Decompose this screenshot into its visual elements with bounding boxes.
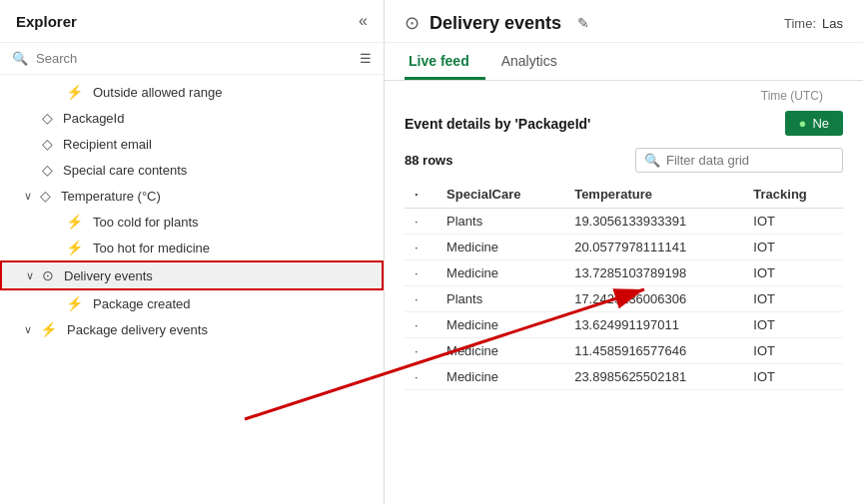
new-button[interactable]: ● Ne (785, 111, 843, 136)
tree-item-icon: ⚡ (40, 321, 57, 337)
cell-tracking: IOT (743, 364, 843, 390)
tree-item-icon: ⚡ (66, 84, 83, 100)
time-label: Time: (784, 16, 816, 31)
sidebar-tree: ⚡ Outside allowed range ◇ PackageId ◇ Re… (0, 75, 384, 504)
cell-dot: · (405, 260, 436, 286)
tree-item-label: Recipient email (63, 137, 152, 152)
cell-temperature: 19.3056133933391 (564, 209, 743, 235)
cell-dot: · (405, 364, 436, 390)
time-value: Las (822, 16, 843, 31)
cell-tracking: IOT (743, 260, 843, 286)
tree-item-label: Too cold for plants (93, 215, 199, 230)
main-panel: ⊙ Delivery events ✎ Time: Las Live feedA… (385, 0, 863, 504)
event-details-row: Event details by 'PackageId' ● Ne (385, 103, 863, 144)
search-icon: 🔍 (12, 51, 28, 66)
sidebar-item-package-delivery[interactable]: ∨ ⚡ Package delivery events (0, 316, 384, 342)
new-dot-icon: ● (799, 116, 807, 131)
cell-tracking: IOT (743, 286, 843, 312)
tree-item-label: Package delivery events (67, 322, 208, 337)
tree-item-icon: ⚡ (66, 295, 83, 311)
cell-specialcare: Medicine (436, 364, 564, 390)
col-specialcare: SpecialCare (436, 181, 564, 209)
filter-input[interactable] (666, 153, 834, 168)
sidebar-item-outside-range[interactable]: ⚡ Outside allowed range (0, 79, 384, 105)
sidebar-title: Explorer (16, 13, 77, 30)
sidebar-item-delivery-events[interactable]: ∨ ⊙ Delivery events (0, 260, 384, 290)
time-utc-label: Time (UTC) (761, 89, 823, 103)
cell-dot: · (405, 235, 436, 260)
table-row: · Medicine 13.7285103789198 IOT (405, 260, 843, 286)
tabs: Live feedAnalytics (385, 43, 863, 81)
cell-dot: · (405, 312, 436, 338)
delivery-events-icon: ⊙ (405, 12, 420, 34)
cell-tracking: IOT (743, 235, 843, 260)
cell-specialcare: Medicine (436, 312, 564, 338)
search-input[interactable] (36, 51, 352, 66)
cell-tracking: IOT (743, 312, 843, 338)
cell-temperature: 13.624991197011 (564, 312, 743, 338)
filter-search-icon: 🔍 (644, 153, 660, 168)
table-row: · Medicine 20.0577978111141 IOT (405, 235, 843, 260)
cell-specialcare: Medicine (436, 235, 564, 260)
tree-item-label: Delivery events (64, 268, 153, 283)
tree-item-icon: ◇ (40, 188, 51, 204)
sidebar-item-too-hot[interactable]: ⚡ Too hot for medicine (0, 235, 384, 260)
tree-item-icon: ◇ (42, 162, 53, 178)
cell-specialcare: Medicine (436, 338, 564, 364)
tree-item-icon: ⚡ (66, 214, 83, 230)
event-details-title: Event details by 'PackageId' (405, 116, 590, 132)
sidebar-item-recipient-email[interactable]: ◇ Recipient email (0, 131, 384, 157)
table-row: · Medicine 23.8985625502181 IOT (405, 364, 843, 390)
page-title: Delivery events (430, 13, 561, 34)
rows-count: 88 rows (405, 153, 452, 168)
cell-temperature: 13.7285103789198 (564, 260, 743, 286)
table-header-row: Time (UTC) (385, 81, 863, 103)
tree-item-icon: ⚡ (66, 240, 83, 255)
cell-temperature: 23.8985625502181 (564, 364, 743, 390)
events-table: · SpecialCare Temperature Tracking · Pla… (405, 181, 843, 390)
cell-tracking: IOT (743, 338, 843, 364)
cell-temperature: 11.4585916577646 (564, 338, 743, 364)
table-row: · Plants 19.3056133933391 IOT (405, 209, 843, 235)
cell-dot: · (405, 338, 436, 364)
sidebar-collapse-icon[interactable]: « (359, 12, 368, 30)
edit-icon[interactable]: ✎ (577, 15, 589, 31)
tab-analytics[interactable]: Analytics (497, 43, 573, 80)
col-temperature: Temperature (564, 181, 743, 209)
tree-item-label: PackageId (63, 111, 124, 126)
table-row: · Medicine 13.624991197011 IOT (405, 312, 843, 338)
sidebar-item-packageid[interactable]: ◇ PackageId (0, 105, 384, 131)
table-row: · Plants 17.2423136006306 IOT (405, 286, 843, 312)
filter-input-wrap: 🔍 (635, 148, 843, 173)
tab-live-feed[interactable]: Live feed (405, 43, 485, 80)
filter-icon: ☰ (360, 51, 372, 66)
cell-temperature: 17.2423136006306 (564, 286, 743, 312)
cell-dot: · (405, 286, 436, 312)
cell-specialcare: Medicine (436, 260, 564, 286)
table-header: · SpecialCare Temperature Tracking (405, 181, 843, 209)
table-body: · Plants 19.3056133933391 IOT · Medicine… (405, 209, 843, 390)
search-bar: 🔍 ☰ (0, 43, 384, 75)
sidebar-item-special-care[interactable]: ◇ Special care contents (0, 157, 384, 183)
tree-item-label: Outside allowed range (93, 85, 222, 100)
sidebar-item-package-created[interactable]: ⚡ Package created (0, 290, 384, 316)
tree-item-label: Too hot for medicine (93, 241, 210, 255)
main-header: ⊙ Delivery events ✎ Time: Las (385, 0, 863, 43)
sidebar: Explorer « 🔍 ☰ ⚡ Outside allowed range ◇… (0, 0, 385, 504)
new-btn-label: Ne (812, 116, 829, 131)
expand-icon: ∨ (26, 269, 34, 282)
cell-tracking: IOT (743, 209, 843, 235)
sidebar-item-temperature[interactable]: ∨ ◇ Temperature (°C) (0, 183, 384, 209)
cell-specialcare: Plants (436, 209, 564, 235)
cell-specialcare: Plants (436, 286, 564, 312)
expand-icon: ∨ (24, 190, 32, 203)
tree-item-label: Temperature (°C) (61, 189, 161, 204)
main-title-area: ⊙ Delivery events ✎ (405, 12, 589, 34)
sidebar-item-too-cold[interactable]: ⚡ Too cold for plants (0, 209, 384, 235)
col-tracking: Tracking (743, 181, 843, 209)
tree-item-label: Package created (93, 296, 191, 311)
tree-item-label: Special care contents (63, 163, 187, 178)
tree-item-icon: ⊙ (42, 267, 54, 283)
data-table: · SpecialCare Temperature Tracking · Pla… (385, 181, 863, 504)
expand-icon: ∨ (24, 323, 32, 336)
